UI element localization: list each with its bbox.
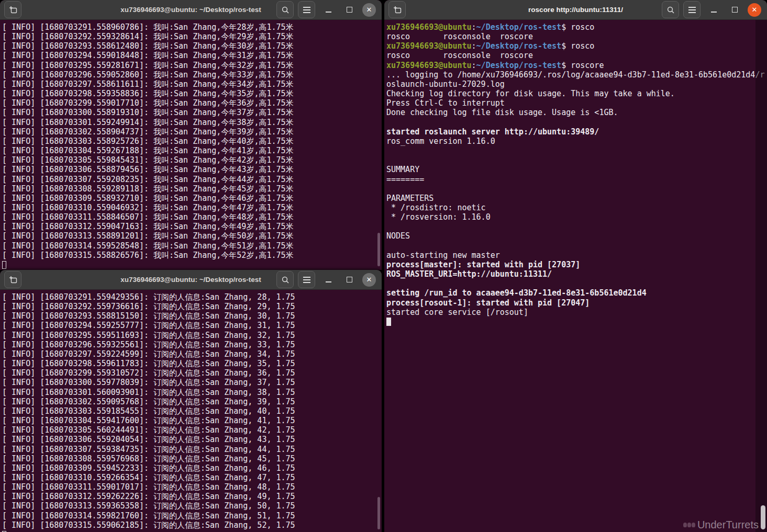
log-line: [ INFO] [1680703295.559281671]: 我叫:San Z… (2, 61, 382, 70)
log-line (386, 222, 767, 231)
log-line: [ INFO] [1680703311.558846507]: 我叫:San Z… (2, 212, 382, 222)
minimize-button[interactable] (706, 2, 721, 18)
log-line: * /rosdistro: noetic (386, 203, 767, 212)
titlebar-roscore[interactable]: roscore http://ubuntu:11311/ ✕ (384, 0, 767, 20)
log-line: [ INFO] [1680703298.559358836]: 我叫:San Z… (2, 89, 382, 98)
log-line: [ INFO] [1680703315.558826576]: 我叫:San Z… (2, 251, 382, 260)
log-line: [ INFO] [1680703308.559289118]: 我叫:San Z… (2, 184, 382, 194)
log-line: Checking log directory for disk usage. T… (386, 89, 767, 98)
terminal-output-roscore[interactable]: xu736946693@ubuntu:~/Desktop/ros-test$ r… (384, 20, 767, 532)
log-line (386, 118, 767, 127)
log-line: [ INFO] [1680703309.558932710]: 我叫:San Z… (2, 194, 382, 203)
log-line: [ INFO] [1680703296.559325561]: 订阅的人信息:S… (2, 340, 382, 349)
menu-button[interactable] (298, 1, 315, 18)
log-line: [ INFO] [1680703314.559821760]: 订阅的人信息:S… (2, 511, 382, 520)
menu-button[interactable] (683, 1, 701, 18)
log-line: [ INFO] [1680703295.559511693]: 订阅的人信息:S… (2, 331, 382, 340)
new-tab-button[interactable] (4, 1, 21, 18)
scrollbar-track[interactable] (755, 20, 767, 532)
new-tab-button[interactable] (388, 1, 406, 18)
maximize-button[interactable] (341, 272, 357, 288)
log-line: [ INFO] [1680703304.559417600]: 订阅的人信息:S… (2, 416, 382, 425)
maximize-icon (732, 7, 738, 13)
log-line: started roslaunch server http://ubuntu:3… (386, 127, 767, 137)
maximize-button[interactable] (727, 2, 742, 18)
close-icon: ✕ (366, 276, 372, 284)
log-line: [ INFO] [1680703310.559266354]: 订阅的人信息:S… (2, 473, 382, 482)
log-line: [ INFO] [1680703308.559576968]: 订阅的人信息:S… (2, 454, 382, 463)
titlebar-publisher[interactable]: xu736946693@ubuntu: ~/Desktop/ros-test ✕ (0, 0, 382, 20)
hamburger-icon (688, 7, 696, 13)
log-line: [ INFO] [1680703301.560093901]: 订阅的人信息:S… (2, 388, 382, 397)
scrollbar-thumb[interactable] (377, 233, 380, 266)
log-line: auto-starting new master (386, 251, 767, 260)
titlebar-subscriber[interactable]: xu736946693@ubuntu: ~/Desktop/ros-test ✕ (0, 270, 382, 290)
new-tab-icon (9, 276, 17, 284)
scrollbar-thumb[interactable] (761, 505, 765, 529)
log-line: [ INFO] [1680703302.558904737]: 我叫:San Z… (2, 127, 382, 137)
minimize-icon (326, 281, 331, 282)
log-line: [ INFO] [1680703299.559017710]: 我叫:San Z… (2, 98, 382, 108)
log-line: [ INFO] [1680703307.559384735]: 订阅的人信息:S… (2, 445, 382, 454)
search-button[interactable] (276, 271, 294, 288)
terminal-output-publisher[interactable]: [ INFO] [1680703291.558960786]: 我叫:San Z… (0, 20, 382, 270)
search-button[interactable] (662, 1, 679, 18)
maximize-icon (347, 277, 352, 282)
log-line (386, 184, 767, 194)
hamburger-icon (303, 7, 310, 13)
log-line: [ INFO] [1680703315.559062185]: 订阅的人信息:S… (2, 520, 382, 530)
log-line: * /rosversion: 1.16.0 (386, 212, 767, 222)
log-line: ROS_MASTER_URI=http://ubuntu:11311/ (386, 269, 767, 279)
maximize-button[interactable] (341, 2, 357, 18)
log-line (386, 155, 767, 165)
log-line: [ INFO] [1680703311.559017017]: 订阅的人信息:S… (2, 482, 382, 492)
log-line: [ INFO] [1680703298.559611783]: 订阅的人信息:S… (2, 359, 382, 368)
log-line: Press Ctrl-C to interrupt (386, 98, 767, 108)
close-icon: ✕ (752, 6, 758, 14)
log-line: xu736946693@ubuntu:~/Desktop/ros-test$ r… (386, 61, 767, 70)
log-line: [ INFO] [1680703294.559255777]: 订阅的人信息:S… (2, 321, 382, 330)
log-line: NODES (386, 231, 767, 241)
close-button[interactable]: ✕ (362, 3, 376, 17)
log-line: oslaunch-ubuntu-27029.log (386, 80, 767, 89)
minimize-button[interactable] (320, 2, 336, 18)
log-line: ros_comm version 1.16.0 (386, 137, 767, 146)
menu-button[interactable] (298, 271, 315, 288)
maximize-icon (347, 7, 352, 13)
log-line: ======== (386, 175, 767, 184)
log-line: ... logging to /home/xu736946693/.ros/lo… (386, 70, 767, 80)
close-button[interactable]: ✕ (748, 3, 761, 17)
search-icon (666, 6, 675, 14)
log-line: [ INFO] [1680703300.559778039]: 订阅的人信息:S… (2, 378, 382, 387)
log-line: [ INFO] [1680703314.559528548]: 我叫:San Z… (2, 241, 382, 251)
log-line (386, 146, 767, 155)
log-line: SUMMARY (386, 165, 767, 174)
terminal-output-subscriber[interactable]: [ INFO] [1680703291.559429356]: 订阅的人信息:S… (0, 290, 382, 532)
log-line: [ INFO] [1680703306.558879456]: 我叫:San Z… (2, 165, 382, 174)
log-line: rosco rosconsole roscore (386, 51, 767, 60)
log-line: [ INFO] [1680703309.559452233]: 订阅的人信息:S… (2, 463, 382, 473)
search-icon (281, 276, 290, 284)
log-line: [ INFO] [1680703291.559429356]: 订阅的人信息:S… (2, 292, 382, 302)
log-line: [ INFO] [1680703292.559328614]: 我叫:San Z… (2, 32, 382, 41)
log-line: [ INFO] [1680703312.559262226]: 订阅的人信息:S… (2, 492, 382, 501)
log-line: xu736946693@ubuntu:~/Desktop/ros-test$ r… (386, 22, 767, 32)
search-button[interactable] (276, 1, 294, 18)
log-line: [ INFO] [1680703301.559249914]: 我叫:San Z… (2, 118, 382, 127)
scrollbar-thumb[interactable] (377, 497, 380, 529)
close-button[interactable]: ✕ (362, 273, 376, 287)
log-line: [ INFO] [1680703302.559095768]: 订阅的人信息:S… (2, 397, 382, 406)
terminal-cursor (386, 318, 391, 326)
terminal-window-subscriber: xu736946693@ubuntu: ~/Desktop/ros-test ✕… (0, 270, 382, 532)
minimize-button[interactable] (320, 272, 336, 288)
search-icon (281, 6, 290, 14)
new-tab-button[interactable] (4, 271, 21, 288)
hamburger-icon (303, 277, 310, 283)
log-line: [ INFO] [1680703305.559845431]: 我叫:San Z… (2, 155, 382, 165)
log-line: [ INFO] [1680703304.559267188]: 我叫:San Z… (2, 146, 382, 155)
log-line: [ INFO] [1680703313.559365358]: 订阅的人信息:S… (2, 501, 382, 511)
log-line: process[master]: started with pid [27037… (386, 260, 767, 269)
log-line: [ INFO] [1680703293.558815150]: 订阅的人信息:S… (2, 311, 382, 321)
log-line (386, 241, 767, 251)
log-line: [ INFO] [1680703312.559047163]: 我叫:San Z… (2, 222, 382, 231)
